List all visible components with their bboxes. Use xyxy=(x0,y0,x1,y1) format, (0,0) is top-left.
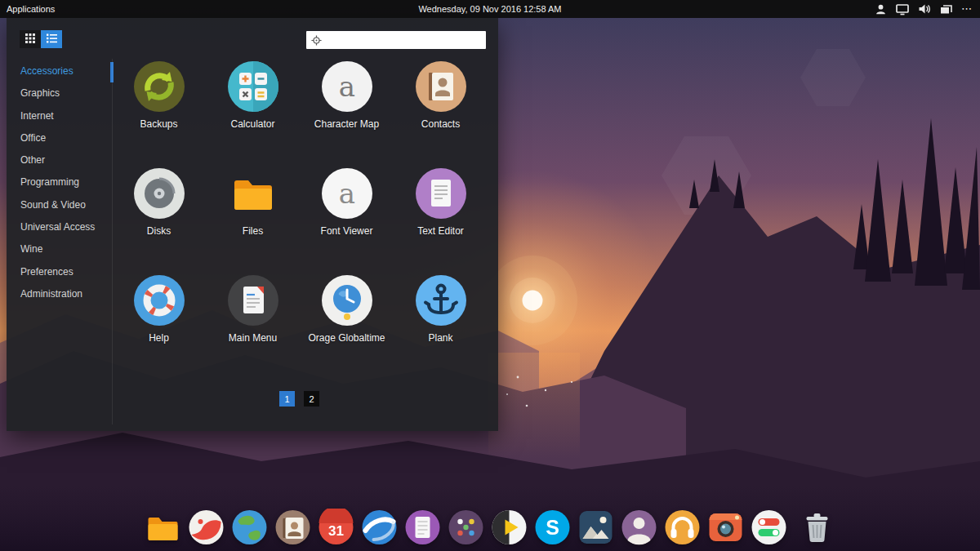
files-icon xyxy=(228,168,278,219)
app-label: Orage Globaltime xyxy=(300,332,394,344)
category-accessories[interactable]: Accessories xyxy=(7,60,111,82)
dock-item-games[interactable] xyxy=(448,509,485,546)
app-disks[interactable]: Disks xyxy=(112,166,206,273)
app-text-editor[interactable]: Text Editor xyxy=(394,166,488,273)
windows-icon[interactable] xyxy=(940,3,952,15)
app-label: Character Map xyxy=(300,118,394,130)
app-orage-globaltime[interactable]: Orage Globaltime xyxy=(300,273,394,380)
app-character-map[interactable]: a Character Map xyxy=(300,59,394,166)
app-label: Contacts xyxy=(394,118,488,130)
google-earth-icon xyxy=(361,509,399,546)
panel-clock[interactable]: Wednesday, 09 Nov 2016 12:58 AM xyxy=(0,4,980,14)
music-icon xyxy=(664,509,702,546)
svg-text:a: a xyxy=(338,177,354,210)
dock-item-contacts[interactable] xyxy=(274,509,312,546)
dock-item-photos[interactable] xyxy=(577,509,615,546)
web-browser-icon xyxy=(231,509,269,546)
skype-icon: S xyxy=(534,509,572,546)
orage-globaltime-icon xyxy=(322,275,372,326)
font-viewer-icon: a xyxy=(322,168,372,219)
app-label: Calculator xyxy=(206,118,300,130)
calendar-icon: 31 xyxy=(318,509,355,546)
dock-item-tweaks[interactable] xyxy=(751,509,788,546)
dock-item-google-earth[interactable] xyxy=(361,509,399,546)
app-grid: Backups Calculator xyxy=(112,59,489,380)
dock-item-skype[interactable]: S xyxy=(534,509,572,546)
dock-item-paint[interactable] xyxy=(188,509,225,546)
media-player-icon xyxy=(491,509,528,546)
category-graphics[interactable]: Graphics xyxy=(7,82,111,104)
notes-icon xyxy=(404,509,442,546)
display-icon[interactable] xyxy=(896,3,909,16)
trash-icon xyxy=(799,509,836,546)
category-universal-access[interactable]: Universal Access xyxy=(7,216,111,238)
tweaks-icon xyxy=(751,509,788,546)
dock: 31 xyxy=(145,509,836,546)
app-plank[interactable]: Plank xyxy=(394,273,488,380)
dock-item-music[interactable] xyxy=(664,509,702,546)
application-menu: Accessories Graphics Internet Office Oth… xyxy=(7,18,498,431)
app-label: Disks xyxy=(112,225,206,237)
app-files[interactable]: Files xyxy=(206,166,300,273)
category-programming[interactable]: Programming xyxy=(7,171,111,193)
more-icon[interactable]: ⋯ xyxy=(961,5,972,13)
files-icon xyxy=(145,509,182,546)
grid-view-toggle-button[interactable] xyxy=(20,30,41,48)
view-toggles xyxy=(20,30,62,48)
backups-icon xyxy=(134,61,185,112)
category-office[interactable]: Office xyxy=(7,127,111,149)
search-bar xyxy=(306,31,486,49)
dock-item-trash[interactable] xyxy=(799,509,836,546)
app-main-menu[interactable]: Main Menu xyxy=(206,273,300,380)
camera-icon xyxy=(707,509,745,546)
list-view-icon xyxy=(47,32,57,47)
dock-item-notes[interactable] xyxy=(404,509,442,546)
app-label: Plank xyxy=(394,332,488,344)
text-editor-icon xyxy=(416,168,466,219)
desktop: Applications Wednesday, 09 Nov 2016 12:5… xyxy=(0,0,980,551)
dock-item-media-player[interactable] xyxy=(491,509,528,546)
app-label: Text Editor xyxy=(394,225,488,237)
svg-text:S: S xyxy=(546,516,559,539)
dock-item-files[interactable] xyxy=(145,509,182,546)
disks-icon xyxy=(134,168,185,219)
app-font-viewer[interactable]: a Font Viewer xyxy=(300,166,394,273)
app-label: Files xyxy=(206,225,300,237)
calculator-icon xyxy=(228,61,278,112)
panel-tray: ⋯ xyxy=(875,3,980,16)
list-view-toggle-button[interactable] xyxy=(41,30,62,48)
top-panel: Applications Wednesday, 09 Nov 2016 12:5… xyxy=(0,0,980,18)
app-help[interactable]: Help xyxy=(112,273,206,380)
category-wine[interactable]: Wine xyxy=(7,238,111,260)
dock-item-account[interactable] xyxy=(621,509,658,546)
category-preferences[interactable]: Preferences xyxy=(7,261,111,283)
grid-view-icon xyxy=(25,32,35,47)
search-input[interactable] xyxy=(326,30,486,50)
photos-icon xyxy=(577,509,615,546)
app-contacts[interactable]: Contacts xyxy=(394,59,488,166)
dock-item-web-browser[interactable] xyxy=(231,509,269,546)
category-administration[interactable]: Administration xyxy=(7,283,111,305)
svg-text:a: a xyxy=(338,70,354,103)
main-menu-icon xyxy=(228,275,278,326)
category-other[interactable]: Other xyxy=(7,149,111,171)
category-internet[interactable]: Internet xyxy=(7,105,111,127)
dock-item-calendar[interactable]: 31 xyxy=(318,509,355,546)
volume-icon[interactable] xyxy=(918,3,931,15)
character-map-icon: a xyxy=(322,61,372,112)
category-sound-video[interactable]: Sound & Video xyxy=(7,194,111,216)
plank-icon xyxy=(416,275,466,326)
app-label: Backups xyxy=(112,118,206,130)
help-icon xyxy=(134,275,185,326)
page-button-2[interactable]: 2 xyxy=(304,391,319,407)
games-icon xyxy=(448,509,485,546)
contacts-icon xyxy=(416,61,466,112)
applications-menu-button[interactable]: Applications xyxy=(0,4,55,14)
paint-icon xyxy=(188,509,225,546)
app-calculator[interactable]: Calculator xyxy=(206,59,300,166)
page-button-1[interactable]: 1 xyxy=(279,391,295,407)
pagination: 1 2 xyxy=(279,391,319,407)
app-backups[interactable]: Backups xyxy=(112,59,206,166)
dock-item-camera[interactable] xyxy=(707,509,745,546)
user-icon[interactable] xyxy=(875,3,887,16)
